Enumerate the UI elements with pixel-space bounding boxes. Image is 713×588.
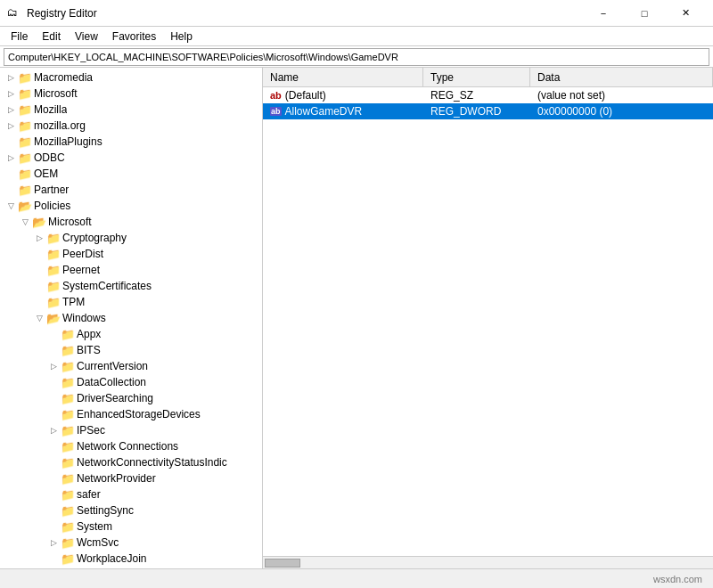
menu-view[interactable]: View xyxy=(68,27,105,46)
folder-icon: 📁 xyxy=(61,375,75,389)
tree-label: SettingSync xyxy=(77,504,134,517)
folder-icon: 📁 xyxy=(61,503,75,518)
folder-icon: 📁 xyxy=(18,135,32,149)
folder-icon: 📂 xyxy=(32,215,46,229)
reg-dword-icon: ab xyxy=(270,107,282,116)
tree-label: Windows xyxy=(62,312,106,324)
cell-name-text: (Default) xyxy=(285,89,326,102)
tree-item-wcmsvc[interactable]: ▷ 📁 WcmSvc xyxy=(0,535,262,551)
tree-label: Macromedia xyxy=(34,71,93,84)
right-panel: Name Type Data ab (Default) REG_SZ (valu… xyxy=(263,68,713,568)
main-content: ▷ 📁 Macromedia ▷ 📁 Microsoft ▷ 📁 Mozilla… xyxy=(0,68,713,568)
tree-item-peernet[interactable]: ▷ 📁 Peernet xyxy=(0,262,262,278)
cell-data-default: (value not set) xyxy=(530,89,713,102)
expand-icon: ▷ xyxy=(4,102,18,117)
tree-label: DataCollection xyxy=(77,376,146,388)
tree-item-bits[interactable]: ▷ 📁 BITS xyxy=(0,342,262,358)
tree-item-windows[interactable]: ▽ 📂 Windows xyxy=(0,310,262,326)
tree-label: WorkplaceJoin xyxy=(77,552,146,565)
folder-icon: 📁 xyxy=(18,151,32,165)
tree-item-mozilla[interactable]: ▷ 📁 Mozilla xyxy=(0,102,262,118)
tree-label: Policies xyxy=(34,200,70,212)
tree-item-mozillaplugins[interactable]: ▷ 📁 MozillaPlugins xyxy=(0,134,262,150)
close-button[interactable]: ✕ xyxy=(665,0,706,27)
tree-label: PeerDist xyxy=(62,248,103,260)
tree-label: Network Connections xyxy=(77,440,178,453)
tree-item-mozilla-org[interactable]: ▷ 📁 mozilla.org xyxy=(0,118,262,134)
address-path[interactable]: Computer\HKEY_LOCAL_MACHINE\SOFTWARE\Pol… xyxy=(4,48,709,66)
tree-item-policies-microsoft[interactable]: ▽ 📂 Microsoft xyxy=(0,214,262,230)
tree-label: NetworkConnectivityStatusIndic xyxy=(77,456,227,469)
tree-item-system[interactable]: ▷ 📁 System xyxy=(0,519,262,535)
expand-icon: ▽ xyxy=(4,199,18,213)
tree-item-tpm[interactable]: ▷ 📁 TPM xyxy=(0,294,262,310)
registry-row-default[interactable]: ab (Default) REG_SZ (value not set) xyxy=(263,87,713,103)
tree-item-safer[interactable]: ▷ 📁 safer xyxy=(0,486,262,502)
tree-item-peerdist[interactable]: ▷ 📁 PeerDist xyxy=(0,246,262,262)
registry-row-allowgamedvr[interactable]: ab AllowGameDVR REG_DWORD 0x00000000 (0) xyxy=(263,103,713,119)
tree-item-microsoft-top[interactable]: ▷ 📁 Microsoft xyxy=(0,86,262,102)
list-body[interactable]: ab (Default) REG_SZ (value not set) ab A… xyxy=(263,87,713,556)
tree-panel[interactable]: ▷ 📁 Macromedia ▷ 📁 Microsoft ▷ 📁 Mozilla… xyxy=(0,68,263,568)
folder-icon: 📂 xyxy=(46,311,61,325)
h-scroll-bar[interactable] xyxy=(263,556,713,568)
expand-icon: ▷ xyxy=(46,423,61,437)
tree-item-currentversion[interactable]: ▷ 📁 CurrentVersion xyxy=(0,358,262,374)
tree-label: CurrentVersion xyxy=(77,360,148,372)
tree-item-systemcertificates[interactable]: ▷ 📁 SystemCertificates xyxy=(0,278,262,294)
tree-item-networkconnections[interactable]: ▷ 📁 Network Connections xyxy=(0,438,262,454)
folder-icon: 📁 xyxy=(61,391,75,405)
cell-name-text: AllowGameDVR xyxy=(285,105,363,118)
expand-icon: ▷ xyxy=(4,151,18,165)
expand-icon: ▷ xyxy=(4,70,18,85)
tree-label: IPSec xyxy=(77,424,105,437)
folder-icon: 📁 xyxy=(61,535,75,550)
address-bar: Computer\HKEY_LOCAL_MACHINE\SOFTWARE\Pol… xyxy=(0,46,713,68)
folder-icon: 📁 xyxy=(18,183,32,197)
minimize-button[interactable]: − xyxy=(583,0,624,27)
menu-bar: File Edit View Favorites Help xyxy=(0,27,713,46)
tree-item-ipsec[interactable]: ▷ 📁 IPSec xyxy=(0,422,262,438)
maximize-button[interactable]: □ xyxy=(624,0,665,27)
expand-icon: ▷ xyxy=(4,118,18,133)
h-scroll-thumb[interactable] xyxy=(265,559,300,568)
tree-label: DriverSearching xyxy=(77,392,153,404)
folder-icon: 📁 xyxy=(46,279,61,293)
tree-item-oem[interactable]: ▷ 📁 OEM xyxy=(0,166,262,182)
tree-item-datacollection[interactable]: ▷ 📁 DataCollection xyxy=(0,374,262,390)
tree-item-networkconnectivitystatusindic[interactable]: ▷ 📁 NetworkConnectivityStatusIndic xyxy=(0,454,262,470)
tree-label: TPM xyxy=(62,296,85,308)
cell-type-allowgamedvr: REG_DWORD xyxy=(423,105,530,118)
menu-favorites[interactable]: Favorites xyxy=(105,27,163,46)
tree-item-policies[interactable]: ▽ 📂 Policies xyxy=(0,198,262,214)
title-bar-title: Registry Editor xyxy=(27,7,97,20)
menu-file[interactable]: File xyxy=(4,27,35,46)
folder-icon: 📁 xyxy=(18,70,32,85)
folder-icon: 📁 xyxy=(61,407,75,421)
tree-item-appx[interactable]: ▷ 📁 Appx xyxy=(0,326,262,342)
title-bar: 🗂 Registry Editor − □ ✕ xyxy=(0,0,713,27)
folder-icon: 📁 xyxy=(61,439,75,453)
tree-item-settingsync[interactable]: ▷ 📁 SettingSync xyxy=(0,502,262,519)
status-bar: wsxdn.com xyxy=(0,568,713,588)
expand-icon: ▽ xyxy=(18,215,32,229)
tree-label: EnhancedStorageDevices xyxy=(77,408,201,421)
title-bar-left: 🗂 Registry Editor xyxy=(7,6,97,20)
tree-item-networkprovider[interactable]: ▷ 📁 NetworkProvider xyxy=(0,470,262,486)
menu-help[interactable]: Help xyxy=(163,27,200,46)
tree-item-cryptography[interactable]: ▷ 📁 Cryptography xyxy=(0,230,262,246)
tree-item-workplacejoin[interactable]: ▷ 📁 WorkplaceJoin xyxy=(0,551,262,567)
tree-item-partner[interactable]: ▷ 📁 Partner xyxy=(0,182,262,198)
tree-item-enhancedstoragedevices[interactable]: ▷ 📁 EnhancedStorageDevices xyxy=(0,406,262,422)
col-header-name[interactable]: Name xyxy=(263,68,423,87)
folder-icon: 📁 xyxy=(61,471,75,486)
tree-item-driversearching[interactable]: ▷ 📁 DriverSearching xyxy=(0,390,262,406)
folder-icon: 📁 xyxy=(18,167,32,181)
tree-item-odbc[interactable]: ▷ 📁 ODBC xyxy=(0,150,262,166)
tree-label: Microsoft xyxy=(48,216,92,228)
tree-item-macromedia[interactable]: ▷ 📁 Macromedia xyxy=(0,69,262,86)
col-header-data[interactable]: Data xyxy=(530,68,713,87)
menu-edit[interactable]: Edit xyxy=(35,27,68,46)
folder-icon: 📁 xyxy=(61,519,75,534)
col-header-type[interactable]: Type xyxy=(423,68,530,87)
